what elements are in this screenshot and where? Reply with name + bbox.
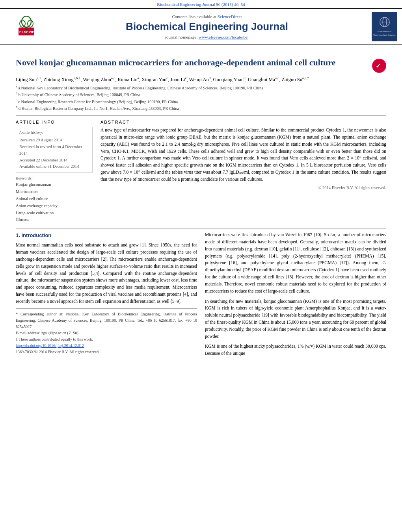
journal-logo-right: Biochemical Engineering Journal — [366, 12, 397, 41]
keyword-3: Animal cell culture — [16, 195, 93, 202]
intro-para-3: In searching for new materials, konjac g… — [205, 298, 386, 340]
crossmark-icon: ✓ — [372, 59, 386, 73]
doi-link[interactable]: http://dx.doi.org/10.1016/j.bej.2014.12.… — [16, 343, 84, 348]
crossmark-container: ✓ — [372, 59, 386, 73]
svg-text:✓: ✓ — [376, 63, 381, 69]
keyword-4: Anion exchange capacity — [16, 202, 93, 209]
journal-logo-box: Biochemical Engineering Journal — [372, 12, 397, 41]
affiliation-b: b b University of Chinese Academy of Sci… — [16, 91, 386, 98]
journal-title: Biochemical Engineering Journal — [48, 20, 366, 33]
abstract-heading: ABSTRACT — [100, 120, 386, 124]
abstract-column: ABSTRACT A new type of microcarrier was … — [100, 120, 386, 223]
affiliation-d: d d Hualan Biological Bacterin Company L… — [16, 105, 386, 111]
journal-header: ELSEVIER Contents lists available at Sci… — [0, 8, 402, 45]
elsevier-logo: ELSEVIER — [5, 16, 48, 37]
article-history-box: Article history: Received 29 August 2014… — [16, 127, 93, 173]
corresponding-note: * Corresponding author at: National Key … — [16, 311, 197, 330]
affiliation-a: a a National Key Laboratory of Biochemic… — [16, 84, 386, 91]
keywords-list: Konjac glucomannan Microcarriers Animal … — [16, 181, 93, 223]
section-divider — [16, 115, 386, 116]
top-bar: Biochemical Engineering Journal 96 (2015… — [0, 0, 402, 8]
keywords-box: Keywords: Konjac glucomannan Microcarrie… — [16, 176, 93, 223]
intro-para-2: Microcarriers were first introduced by v… — [205, 232, 386, 295]
received-date: Received 29 August 2014 — [19, 137, 89, 144]
authors-line: Lijing Suna,1, Zhidong Xionga,b,1, Weiqi… — [16, 76, 386, 83]
history-title: Article history: — [19, 130, 89, 136]
affiliation-c: c c National Engineering Research Center… — [16, 98, 386, 105]
copyright-line: © 2014 Elsevier B.V. All rights reserved… — [100, 185, 386, 190]
accepted-date: Accepted 22 December 2014 — [19, 157, 89, 164]
keyword-6: Glucose — [16, 216, 93, 223]
bej-logo-icon — [377, 16, 393, 30]
journal-reference: Biochemical Engineering Journal 96 (2015… — [157, 2, 245, 7]
email-note: E-mail address: zgsu@ipe.ac.cn (Z. Su). — [16, 330, 197, 336]
homepage-line: journal homepage: www.elsevier.com/locat… — [48, 35, 366, 39]
logo-box-text: Biochemical Engineering Journal — [373, 30, 396, 37]
footnotes: * Corresponding author at: National Key … — [16, 308, 197, 355]
available-date: Available online 31 December 2014 — [19, 163, 89, 170]
keyword-1: Konjac glucomannan — [16, 181, 93, 188]
keyword-2: Microcarriers — [16, 188, 93, 195]
svg-text:ELSEVIER: ELSEVIER — [19, 30, 37, 34]
intro-heading: 1. Introduction — [16, 232, 197, 239]
abstract-text: A new type of microcarrier was prepared … — [100, 127, 386, 183]
affiliations: a a National Key Laboratory of Biochemic… — [16, 84, 386, 111]
article-info-column: ARTICLE INFO Article history: Received 2… — [16, 120, 93, 223]
keyword-5: Large-scale cultivation — [16, 209, 93, 217]
equal-contrib-note: 1 These authors contributed equally to t… — [16, 336, 197, 343]
keywords-title: Keywords: — [16, 176, 93, 180]
contents-line: Contents lists available at ScienceDirec… — [48, 14, 366, 19]
article-info-heading: ARTICLE INFO — [16, 120, 93, 124]
intro-para-4: KGM is one of the highest sticky polysac… — [205, 343, 386, 357]
journal-center-info: Contents lists available at ScienceDirec… — [48, 14, 366, 39]
homepage-link[interactable]: www.elsevier.com/locate/bej — [199, 35, 249, 39]
article-title: Novel konjac glucomannan microcarriers f… — [16, 57, 368, 69]
body-left-column: 1. Introduction Most normal mammalian ce… — [16, 232, 197, 360]
doi-line: http://dx.doi.org/10.1016/j.bej.2014.12.… — [16, 343, 197, 349]
elsevier-tree-icon: ELSEVIER — [15, 16, 38, 37]
body-right-column: Microcarriers were first introduced by v… — [205, 232, 386, 360]
body-section-divider — [16, 228, 386, 228]
intro-para-1: Most normal mammalian cells need substra… — [16, 242, 197, 305]
issn-line: 1369-703X/© 2014 Elsevier B.V. All right… — [16, 349, 197, 355]
svg-point-1 — [22, 16, 31, 27]
sciencedirect-link[interactable]: ScienceDirect — [218, 14, 242, 19]
revised-date: Received in revised form 4 December 2014 — [19, 144, 89, 157]
